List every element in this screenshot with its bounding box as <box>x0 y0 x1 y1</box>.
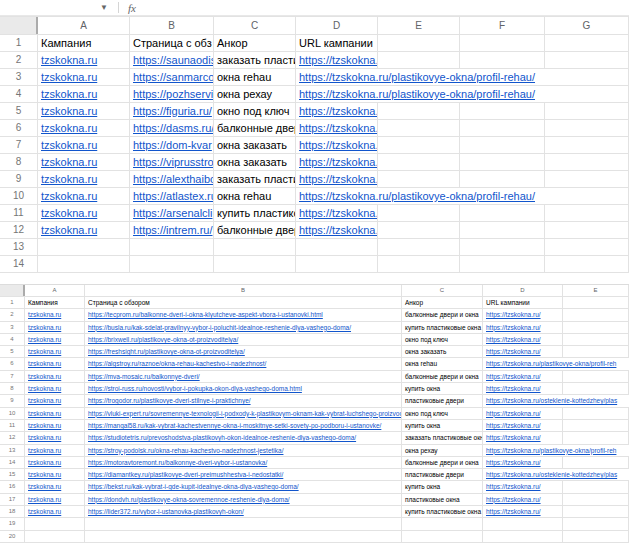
campaign-cell[interactable]: tzskokna.ru <box>38 205 130 221</box>
row-number-cell[interactable]: 4 <box>0 86 38 102</box>
empty-cell[interactable] <box>460 205 545 221</box>
campaign-cell[interactable]: tzskokna.ru <box>38 188 130 204</box>
empty-cell[interactable] <box>378 171 460 187</box>
row-number-cell[interactable]: 8 <box>0 154 38 170</box>
empty-cell[interactable] <box>378 205 460 221</box>
campaign-cell[interactable]: tzskokna.ru <box>38 222 130 238</box>
row-number-cell[interactable]: 13 <box>0 239 38 255</box>
campaign-cell[interactable]: tzskokna.ru <box>38 154 130 170</box>
review-page-link-cell[interactable]: https://intrem.ru/ <box>130 222 214 238</box>
empty-cell[interactable] <box>460 120 545 136</box>
campaign-url-cell[interactable]: https://tzskokna.ru/plastikovye-okna/pro… <box>296 188 378 204</box>
review-page-link-cell[interactable]: https://viprusstro <box>130 154 214 170</box>
anchor-cell[interactable]: окна rehau <box>214 188 296 204</box>
empty-cell[interactable] <box>460 256 545 272</box>
campaign-url-cell[interactable]: https://tzskokna.ru/plastikovye-okna/pro… <box>296 86 378 102</box>
empty-cell[interactable] <box>378 137 460 153</box>
empty-cell[interactable] <box>378 222 460 238</box>
column-header-B[interactable]: B <box>130 17 214 34</box>
anchor-cell[interactable]: заказать пласти <box>214 171 296 187</box>
column-header-F[interactable]: F <box>460 17 545 34</box>
select-all-corner[interactable] <box>0 17 38 34</box>
anchor-cell[interactable]: окна рехау <box>214 86 296 102</box>
review-page-link-cell[interactable]: https://saunaodis <box>130 52 214 68</box>
anchor-cell[interactable]: окна заказать <box>214 137 296 153</box>
empty-cell[interactable] <box>460 154 545 170</box>
review-page-link-cell[interactable]: https://dom-kvar <box>130 137 214 153</box>
cell-dropdown-arrow-icon[interactable]: ▼ <box>100 0 108 15</box>
column-header-C[interactable]: C <box>214 17 296 34</box>
anchor-cell[interactable]: окна rehau <box>214 69 296 85</box>
campaign-cell[interactable]: tzskokna.ru <box>38 120 130 136</box>
empty-cell[interactable] <box>460 35 545 51</box>
empty-cell[interactable] <box>545 239 629 255</box>
empty-cell[interactable] <box>378 103 460 119</box>
empty-cell[interactable] <box>545 86 629 102</box>
empty-cell[interactable] <box>378 239 460 255</box>
empty-cell[interactable] <box>38 256 130 272</box>
row-number-cell[interactable]: 9 <box>0 171 38 187</box>
empty-cell[interactable] <box>460 239 545 255</box>
empty-cell[interactable] <box>545 188 629 204</box>
empty-cell[interactable] <box>545 222 629 238</box>
column-header-E[interactable]: E <box>378 17 460 34</box>
empty-cell[interactable] <box>545 35 629 51</box>
campaign-url-cell[interactable]: https://tzskokna.ru/ <box>296 103 378 119</box>
campaign-url-cell[interactable]: https://tzskokna.ru/ <box>296 120 378 136</box>
campaign-cell[interactable]: tzskokna.ru <box>38 86 130 102</box>
row-number-cell[interactable]: 10 <box>0 188 38 204</box>
review-page-link-cell[interactable]: https://atlastex.ru <box>130 188 214 204</box>
anchor-cell[interactable]: балконные двер <box>214 222 296 238</box>
empty-cell[interactable] <box>545 256 629 272</box>
campaign-cell[interactable]: tzskokna.ru <box>38 103 130 119</box>
row-number-cell[interactable]: 7 <box>0 137 38 153</box>
row-number-cell[interactable]: 6 <box>0 120 38 136</box>
empty-cell[interactable] <box>38 239 130 255</box>
empty-cell[interactable] <box>545 205 629 221</box>
anchor-cell[interactable]: балконные двер <box>214 120 296 136</box>
top-header-cell-anchor[interactable]: Анкор <box>214 35 296 51</box>
campaign-cell[interactable]: tzskokna.ru <box>38 52 130 68</box>
campaign-url-cell[interactable]: https://tzskokna.ru/ <box>296 154 378 170</box>
column-header-A[interactable]: A <box>38 17 130 34</box>
empty-cell[interactable] <box>460 103 545 119</box>
campaign-url-cell[interactable]: https://tzskokna.ru/ <box>296 205 378 221</box>
campaign-url-cell[interactable]: https://tzskokna.ru/ <box>296 171 378 187</box>
empty-cell[interactable] <box>130 239 214 255</box>
row-number-cell[interactable]: 14 <box>0 256 38 272</box>
empty-cell[interactable] <box>378 256 460 272</box>
row-number-cell[interactable]: 3 <box>0 69 38 85</box>
empty-cell[interactable] <box>545 52 629 68</box>
row-number-cell[interactable]: 1 <box>0 35 38 51</box>
column-header-G[interactable]: G <box>545 17 629 34</box>
empty-cell[interactable] <box>545 154 629 170</box>
embedded-sheet-image[interactable]: ABCDE 1КампанияСтраница с обзоромАнкорUR… <box>0 284 629 543</box>
empty-cell[interactable] <box>378 154 460 170</box>
review-page-link-cell[interactable]: https://dasms.ru/ <box>130 120 214 136</box>
row-number-cell[interactable]: 12 <box>0 222 38 238</box>
empty-cell[interactable] <box>378 52 460 68</box>
row-number-cell[interactable]: 5 <box>0 103 38 119</box>
review-page-link-cell[interactable]: https://figuria.ru/ <box>130 103 214 119</box>
campaign-url-cell[interactable]: https://tzskokna.ru/ <box>296 222 378 238</box>
review-page-link-cell[interactable]: https://sanmarco <box>130 69 214 85</box>
anchor-cell[interactable]: заказать пласти <box>214 52 296 68</box>
empty-cell[interactable] <box>460 52 545 68</box>
top-header-cell-campaign[interactable]: Кампания <box>38 35 130 51</box>
anchor-cell[interactable]: окно под ключ <box>214 103 296 119</box>
empty-cell[interactable] <box>378 120 460 136</box>
empty-cell[interactable] <box>296 256 378 272</box>
anchor-cell[interactable]: купить пластико <box>214 205 296 221</box>
campaign-cell[interactable]: tzskokna.ru <box>38 69 130 85</box>
empty-cell[interactable] <box>130 256 214 272</box>
empty-cell[interactable] <box>214 256 296 272</box>
empty-cell[interactable] <box>545 120 629 136</box>
review-page-link-cell[interactable]: https://pozhservi <box>130 86 214 102</box>
campaign-cell[interactable]: tzskokna.ru <box>38 137 130 153</box>
empty-cell[interactable] <box>214 239 296 255</box>
column-header-D[interactable]: D <box>296 17 378 34</box>
empty-cell[interactable] <box>545 69 629 85</box>
review-page-link-cell[interactable]: https://alexthaibo <box>130 171 214 187</box>
campaign-cell[interactable]: tzskokna.ru <box>38 171 130 187</box>
row-number-cell[interactable]: 2 <box>0 52 38 68</box>
